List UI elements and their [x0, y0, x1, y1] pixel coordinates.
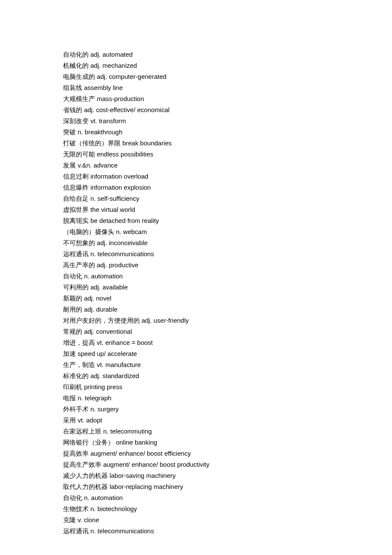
vocab-entry: 取代人力的机器 labor-replacing machinery: [63, 481, 327, 492]
chinese-term: 信息爆炸: [63, 184, 89, 191]
chinese-term: 电脑生成的: [63, 73, 95, 80]
vocab-entry: 增进，提高 vt. enhance = boost: [63, 337, 327, 348]
vocab-entry: 对用户友好的，方便使用的 adj. user-friendly: [63, 315, 327, 326]
vocab-entry: 生产，制造 vt. manufacture: [63, 359, 327, 370]
english-definition: n. webcam: [114, 228, 147, 235]
english-definition: n. breakthrough: [76, 128, 122, 136]
english-definition: endless possibilities: [95, 150, 153, 158]
chinese-term: 常规的: [63, 328, 82, 335]
chinese-term: 远程通讯: [63, 251, 89, 257]
vocab-entry: 常规的 adj. conventional: [63, 326, 327, 337]
chinese-term: 脱离现实: [63, 217, 89, 224]
vocab-entry: 采用 vt. adopt: [63, 415, 327, 426]
english-definition: speed up/ accelerate: [76, 350, 137, 357]
english-definition: n. telegraph: [76, 394, 111, 402]
chinese-term: 机械化的: [63, 62, 89, 69]
chinese-term: 发展: [63, 162, 76, 169]
vocab-entry: 组装线 assembly line: [63, 82, 327, 93]
english-definition: adj. productive: [95, 261, 138, 269]
vocab-entry: 自给自足 n. self-sufficiency: [63, 193, 327, 204]
vocab-entry: 自动化的 adj. automated: [63, 49, 327, 60]
chinese-term: 大规模生产: [63, 95, 95, 102]
vocab-entry: 虚拟世界 the virtual world: [63, 204, 327, 215]
chinese-term: 提高效率: [63, 450, 89, 457]
vocab-entry: 可利用的 adj. available: [63, 282, 327, 293]
english-definition: labor-saving machinery: [108, 472, 176, 479]
english-definition: assembly line: [82, 84, 123, 91]
chinese-term: 远程通讯: [63, 528, 89, 535]
chinese-term: 可利用的: [63, 284, 89, 291]
english-definition: adj. novel: [82, 295, 111, 302]
vocab-entry: 加速 speed up/ accelerate: [63, 348, 327, 359]
vocab-entry: 减少人力的机器 labor-saving machinery: [63, 470, 327, 481]
vocab-entry: 深刻改变 vt. transform: [63, 116, 327, 127]
chinese-term: 突破: [63, 129, 76, 136]
english-definition: vt. manufacture: [95, 361, 141, 368]
english-definition: vt. adopt: [76, 416, 102, 424]
chinese-term: 电报: [63, 395, 76, 402]
english-definition: information overload: [89, 173, 148, 180]
vocab-entry: 省钱的 adj. cost-effective/ economical: [63, 104, 327, 116]
chinese-term: 虚拟世界: [63, 206, 89, 213]
english-definition: be detached from reality: [89, 217, 159, 224]
vocab-entry: 不可想象的 adj. inconceivable: [63, 237, 327, 249]
chinese-term: 组装线: [63, 84, 82, 91]
vocab-entry: 机械化的 adj. mechanized: [63, 60, 327, 71]
chinese-term: 外科手术: [63, 406, 89, 413]
english-definition: adj. cost-effective/ economical: [82, 106, 170, 113]
chinese-term: 标准化的: [63, 373, 89, 379]
english-definition: adj. inconceivable: [95, 239, 147, 246]
vocab-entry: 远程通讯 n. telecommunications: [63, 526, 327, 537]
vocab-entry: 印刷机 printing press: [63, 382, 327, 393]
chinese-term: 增进，提高: [63, 339, 95, 346]
vocab-entry: 耐用的 adj. durable: [63, 304, 327, 315]
vocab-entry: （电脑的）摄像头 n. webcam: [63, 226, 327, 237]
chinese-term: 在家远程上班: [63, 428, 101, 435]
vocabulary-page: 自动化的 adj. automated机械化的 adj. mechanized电…: [0, 0, 327, 537]
english-definition: mass-production: [95, 95, 144, 102]
vocab-entry: 生物技术 n. biotechnology: [63, 503, 327, 515]
chinese-term: 生物技术: [63, 506, 89, 512]
english-definition: adj. mechanized: [89, 62, 137, 69]
vocab-entry: 突破 n. breakthrough: [63, 127, 327, 138]
chinese-term: 提高生产效率: [63, 461, 101, 468]
chinese-term: 省钱的: [63, 107, 82, 113]
vocab-entry: 无限的可能 endless possibilities: [63, 149, 327, 160]
english-definition: v.&n. advance: [76, 162, 118, 169]
chinese-term: 自动化: [63, 494, 82, 501]
vocab-entry: 新颖的 adj. novel: [63, 293, 327, 304]
chinese-term: 打破（传统的）界限: [63, 140, 121, 147]
chinese-term: 新颖的: [63, 295, 82, 302]
chinese-term: 印刷机: [63, 384, 82, 390]
chinese-term: 网络银行（业务）: [63, 439, 114, 446]
english-definition: n. telecommuting: [101, 428, 152, 435]
vocab-entry: 信息爆炸 information explosion: [63, 182, 327, 193]
english-definition: vt. transform: [89, 117, 126, 124]
vocab-entry: 克隆 v. clone: [63, 515, 327, 526]
english-definition: adj. durable: [82, 306, 118, 313]
english-definition: adj. available: [89, 283, 128, 291]
vocab-entry: 电脑生成的 adj. computer-generated: [63, 71, 327, 82]
chinese-term: 耐用的: [63, 306, 82, 313]
vocab-entry: 在家远程上班 n. telecommuting: [63, 426, 327, 437]
english-definition: augment/ enhance/ boost productivity: [101, 461, 210, 468]
english-definition: adj. conventional: [82, 328, 132, 335]
english-definition: adj. standardized: [89, 372, 139, 379]
chinese-term: 取代人力的机器: [63, 483, 108, 490]
english-definition: v. clone: [76, 516, 99, 523]
vocab-entry: 标准化的 adj. standardized: [63, 370, 327, 382]
chinese-term: 生产，制造: [63, 361, 95, 368]
chinese-term: 减少人力的机器: [63, 472, 108, 479]
english-definition: n. telecommunications: [89, 250, 154, 257]
chinese-term: 自给自足: [63, 195, 89, 202]
chinese-term: 深刻改变: [63, 118, 89, 124]
chinese-term: 采用: [63, 417, 76, 424]
vocab-entry: 外科手术 n. surgery: [63, 404, 327, 415]
vocab-entry: 发展 v.&n. advance: [63, 160, 327, 171]
chinese-term: 不可想象的: [63, 240, 95, 246]
vocab-entry: 脱离现实 be detached from reality: [63, 215, 327, 226]
english-definition: adj. user-friendly: [140, 317, 189, 324]
english-definition: n. biotechnology: [89, 505, 137, 512]
english-definition: online banking: [114, 439, 157, 446]
english-definition: the virtual world: [89, 206, 135, 213]
